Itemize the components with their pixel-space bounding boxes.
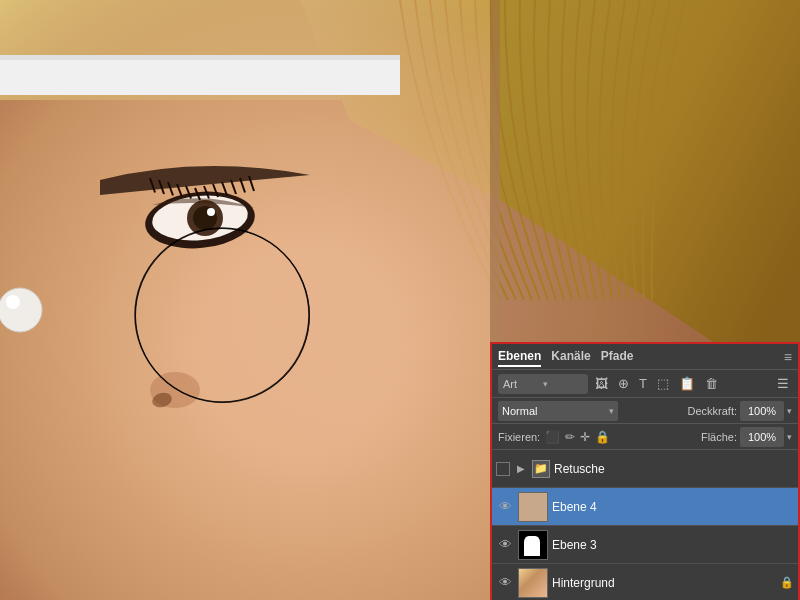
layers-list: ▶ 📁 Retusche 👁 Ebene 4 👁 Ebene 3 👁 xyxy=(492,450,798,600)
blend-mode-arrow-icon: ▾ xyxy=(609,406,614,416)
fix-move-icon[interactable]: ✛ xyxy=(580,430,590,444)
ebene3-thumb xyxy=(518,530,548,560)
blend-row: Normal ▾ Deckkraft: 100% ▾ xyxy=(492,398,798,424)
retusche-visibility-checkbox[interactable] xyxy=(496,462,510,476)
hintergrund-thumb xyxy=(518,568,548,598)
layer-row-ebene4[interactable]: 👁 Ebene 4 xyxy=(492,488,798,526)
layer-row-hintergrund[interactable]: 👁 Hintergrund 🔒 xyxy=(492,564,798,600)
hintergrund-lock-icon: 🔒 xyxy=(780,576,794,589)
fix-label: Fixieren: xyxy=(498,431,540,443)
layer-transform-icon[interactable]: ⬚ xyxy=(654,374,672,393)
fill-value[interactable]: 100% xyxy=(740,427,784,447)
search-label: Art xyxy=(503,378,543,390)
tab-kanaele[interactable]: Kanäle xyxy=(551,347,590,367)
layer-row-retusche[interactable]: ▶ 📁 Retusche xyxy=(492,450,798,488)
opacity-label: Deckkraft: xyxy=(687,405,737,417)
tab-ebenen[interactable]: Ebenen xyxy=(498,347,541,367)
fill-number: 100% xyxy=(748,431,776,443)
blend-mode-label: Normal xyxy=(502,405,537,417)
ebene3-layer-name: Ebene 3 xyxy=(552,538,794,552)
layer-text-icon[interactable]: T xyxy=(636,374,650,393)
blend-mode-select[interactable]: Normal ▾ xyxy=(498,401,618,421)
ebene3-thumb-content xyxy=(519,531,547,559)
panel-menu-icon[interactable]: ≡ xyxy=(784,349,792,365)
group-folder-icon: 📁 xyxy=(534,462,548,475)
retusche-expand-icon[interactable]: ▶ xyxy=(514,462,528,476)
retusche-group-thumb: 📁 xyxy=(532,460,550,478)
opacity-number: 100% xyxy=(748,405,776,417)
hintergrund-eye-icon[interactable]: 👁 xyxy=(496,574,514,592)
retusche-layer-name: Retusche xyxy=(554,462,794,476)
layer-stamp-icon[interactable]: ⊕ xyxy=(615,374,632,393)
search-arrow-icon: ▾ xyxy=(543,379,583,389)
opacity-arrow-icon: ▾ xyxy=(787,406,792,416)
fill-arrow-icon: ▾ xyxy=(787,432,792,442)
fix-lock-icon[interactable]: 🔒 xyxy=(595,430,610,444)
fix-row: Fixieren: ⬛ ✏ ✛ 🔒 Fläche: 100% ▾ xyxy=(492,424,798,450)
layers-panel: Ebenen Kanäle Pfade ≡ Art ▾ 🖼 ⊕ T ⬚ 📋 🗑 … xyxy=(490,342,800,600)
opacity-row: Deckkraft: 100% ▾ xyxy=(687,401,792,421)
layer-new-icon[interactable]: 📋 xyxy=(676,374,698,393)
fill-label: Fläche: xyxy=(701,431,737,443)
panel-options-icon[interactable]: ☰ xyxy=(774,374,792,393)
fix-image-icon[interactable]: ⬛ xyxy=(545,430,560,444)
ebene4-thumb xyxy=(518,492,548,522)
search-box[interactable]: Art ▾ xyxy=(498,374,588,394)
hintergrund-thumb-content xyxy=(519,569,547,597)
ebene4-layer-name: Ebene 4 xyxy=(552,500,794,514)
fill-row: Fläche: 100% ▾ xyxy=(701,427,792,447)
panel-header: Ebenen Kanäle Pfade ≡ xyxy=(492,344,798,370)
fix-brush-icon[interactable]: ✏ xyxy=(565,430,575,444)
ebene4-thumb-content xyxy=(519,493,547,521)
layer-trash-icon[interactable]: 🗑 xyxy=(702,374,721,393)
panel-tabs: Ebenen Kanäle Pfade xyxy=(498,347,633,367)
panel-toolbar: Art ▾ 🖼 ⊕ T ⬚ 📋 🗑 ☰ xyxy=(492,370,798,398)
ebene3-eye-icon[interactable]: 👁 xyxy=(496,536,514,554)
tab-pfade[interactable]: Pfade xyxy=(601,347,634,367)
layer-image-icon[interactable]: 🖼 xyxy=(592,374,611,393)
hintergrund-layer-name: Hintergrund xyxy=(552,576,776,590)
opacity-value[interactable]: 100% xyxy=(740,401,784,421)
ebene4-eye-icon[interactable]: 👁 xyxy=(496,498,514,516)
layer-row-ebene3[interactable]: 👁 Ebene 3 xyxy=(492,526,798,564)
